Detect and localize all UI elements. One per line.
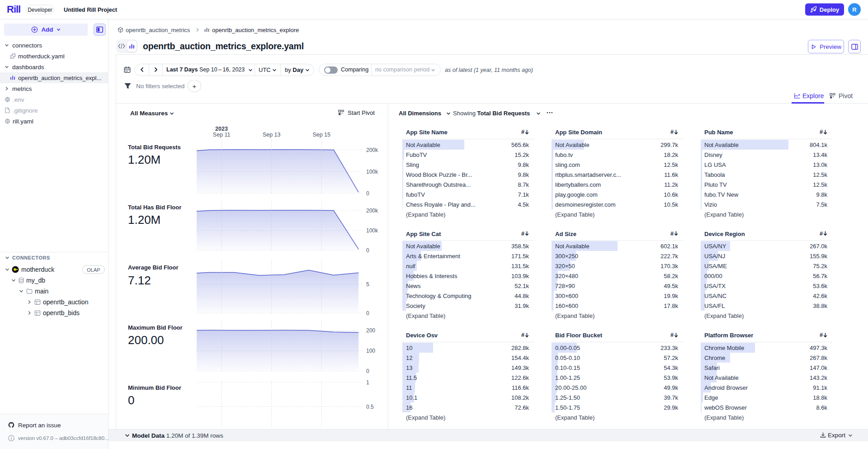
svg-text:0: 0 — [366, 190, 369, 197]
svg-text:100: 100 — [366, 348, 375, 354]
svg-text:200k: 200k — [366, 208, 378, 214]
svg-text:0.5: 0.5 — [366, 404, 374, 410]
svg-text:0: 0 — [366, 247, 369, 254]
svg-text:200k: 200k — [366, 147, 378, 153]
svg-text:Sep 15: Sep 15 — [312, 132, 330, 138]
svg-text:5: 5 — [366, 281, 369, 288]
svg-text:100k: 100k — [366, 227, 378, 234]
svg-text:Sep 13: Sep 13 — [263, 132, 281, 138]
svg-text:2023: 2023 — [215, 126, 228, 132]
svg-text:0: 0 — [366, 368, 369, 374]
svg-text:Sep 11: Sep 11 — [213, 132, 231, 138]
svg-text:100k: 100k — [366, 169, 378, 175]
svg-text:1: 1 — [366, 379, 369, 386]
svg-text:200: 200 — [366, 327, 375, 334]
svg-text:0: 0 — [366, 310, 369, 317]
